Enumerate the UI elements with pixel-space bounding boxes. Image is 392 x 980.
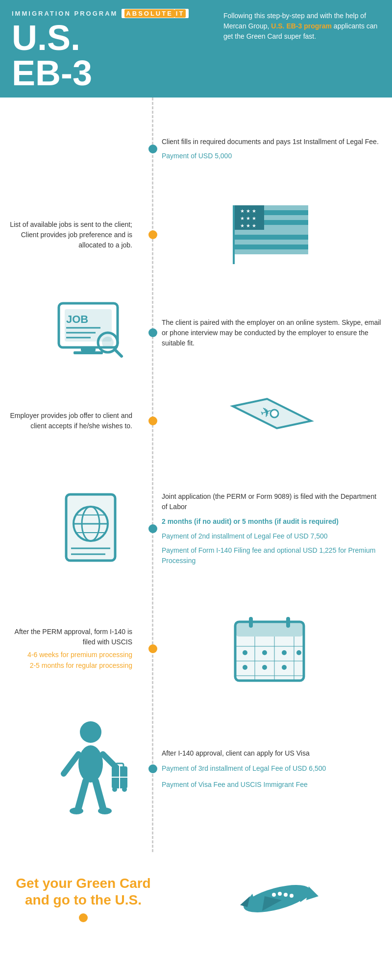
- svg-point-49: [243, 665, 247, 670]
- flag-icon: ★ ★ ★ ★ ★ ★ ★ ★ ★: [223, 203, 321, 267]
- passport-icon: [59, 490, 132, 568]
- step1-text: Client fills in required documents and p…: [162, 137, 382, 147]
- step4-dot: [148, 416, 157, 425]
- step5-dot: [148, 524, 157, 533]
- step5-text: Joint application (the PERM or Form 9089…: [162, 491, 382, 512]
- svg-rect-37: [249, 617, 253, 628]
- svg-point-19: [102, 337, 114, 348]
- step7-dot: [148, 764, 157, 773]
- cta-text: Get your Green Card and go to the U.S.: [10, 875, 157, 908]
- svg-rect-11: [235, 249, 308, 254]
- svg-point-47: [282, 650, 287, 655]
- step6-right: [147, 607, 392, 690]
- timeline-step-1: Client fills in required documents and p…: [0, 112, 392, 186]
- svg-point-53: [78, 745, 103, 783]
- svg-point-75: [278, 892, 282, 896]
- svg-line-62: [78, 781, 86, 808]
- svg-point-60: [112, 787, 117, 792]
- step7-left: [0, 710, 147, 828]
- flag-icon-container: ★ ★ ★ ★ ★ ★ ★ ★ ★: [162, 203, 382, 267]
- cta-left: Get your Green Card and go to the U.S.: [10, 875, 157, 922]
- svg-point-76: [272, 893, 276, 897]
- step1-left: [0, 122, 147, 176]
- timeline-step-7: After I-140 approval, client can apply f…: [0, 700, 392, 837]
- job-icon: JOB: [54, 298, 132, 367]
- svg-point-51: [282, 665, 287, 670]
- step7-payment1: Payment of 3rd installment of Legal Fee …: [162, 763, 382, 774]
- svg-point-24: [270, 410, 278, 417]
- step3-right: The client is paired with the employer o…: [147, 294, 392, 372]
- step2-text: List of available jobs is sent to the cl…: [10, 220, 132, 250]
- timeline-step-5: Joint application (the PERM or Form 9089…: [0, 460, 392, 597]
- svg-rect-21: [81, 347, 96, 351]
- header-description: Following this step-by-step and with the…: [223, 9, 380, 42]
- step5-left: [0, 470, 147, 588]
- step4-right: ✈: [147, 392, 392, 450]
- step2-left: List of available jobs is sent to the cl…: [0, 196, 147, 274]
- title-line2: EB-3: [12, 55, 189, 91]
- passport-icon-container: [59, 490, 132, 568]
- svg-rect-7: [264, 215, 308, 220]
- svg-point-65: [98, 808, 112, 814]
- step2-right: ★ ★ ★ ★ ★ ★ ★ ★ ★: [147, 196, 392, 274]
- step4-text: Employer provides job offer to client an…: [10, 411, 132, 431]
- step3-left: JOB: [0, 294, 147, 372]
- step1-payment: Payment of USD 5,000: [162, 151, 382, 161]
- svg-rect-22: [74, 351, 103, 354]
- step6-left: After the PERM approval, form I-140 is f…: [0, 607, 147, 690]
- step6-text: After the PERM approval, form I-140 is f…: [10, 627, 132, 647]
- title-line1: U.S.: [12, 20, 189, 55]
- svg-rect-36: [235, 622, 304, 637]
- step7-right: After I-140 approval, client can apply f…: [147, 710, 392, 828]
- brand-name: Absolute: [124, 9, 174, 18]
- brand-highlight: IT: [174, 9, 186, 18]
- svg-rect-10: [235, 240, 308, 245]
- svg-line-63: [96, 781, 103, 808]
- immigration-label: IMMIGRATION PROGRAM AbsoluteIT: [12, 9, 189, 18]
- svg-line-54: [64, 754, 78, 774]
- step5-timeline: 2 months (if no audit) or 5 months (if a…: [162, 517, 382, 527]
- step6-dot: [148, 644, 157, 653]
- step5-right: Joint application (the PERM or Form 9089…: [147, 470, 392, 588]
- ticket-icon-container: ✈: [162, 396, 382, 445]
- timeline: Client fills in required documents and p…: [0, 98, 392, 852]
- immigration-program-text: IMMIGRATION PROGRAM: [12, 10, 118, 17]
- header-left: IMMIGRATION PROGRAM AbsoluteIT U.S. EB-3: [12, 9, 189, 91]
- timeline-step-6: After the PERM approval, form I-140 is f…: [0, 597, 392, 700]
- step5-payment2: Payment of Form I-140 Filing fee and opt…: [162, 545, 382, 566]
- svg-rect-8: [264, 225, 308, 230]
- svg-rect-6: [264, 205, 308, 210]
- step5-payment1: Payment of 2nd installment of Legal Fee …: [162, 531, 382, 541]
- bottom-dot: [79, 913, 88, 922]
- description-highlight: U.S. EB-3 program: [271, 22, 332, 30]
- svg-point-48: [296, 650, 301, 655]
- svg-text:★ ★ ★: ★ ★ ★: [240, 223, 256, 228]
- person-travel-icon: [54, 715, 132, 823]
- header: IMMIGRATION PROGRAM AbsoluteIT U.S. EB-3…: [0, 0, 392, 98]
- svg-rect-0: [233, 205, 235, 264]
- step1-right: Client fills in required documents and p…: [147, 122, 392, 176]
- step3-dot: [148, 328, 157, 337]
- calendar-icon-container: [162, 612, 382, 686]
- step1-dot: [148, 145, 157, 153]
- step3-text: The client is paired with the employer o…: [162, 318, 382, 348]
- cta-right: [157, 867, 382, 931]
- svg-text:★ ★ ★: ★ ★ ★: [240, 208, 256, 214]
- svg-line-20: [115, 349, 122, 356]
- timeline-step-3: JOB The: [0, 284, 392, 382]
- svg-text:★ ★ ★: ★ ★ ★: [240, 216, 256, 221]
- main-title: U.S. EB-3: [12, 20, 189, 91]
- bottom-cta: Get your Green Card and go to the U.S.: [0, 852, 392, 945]
- svg-point-61: [122, 787, 127, 792]
- job-icon-container: JOB: [54, 298, 132, 367]
- brand-box: AbsoluteIT: [122, 9, 189, 18]
- step7-text: After I-140 approval, client can apply f…: [162, 748, 382, 759]
- svg-rect-9: [235, 230, 308, 235]
- step4-left: Employer provides job offer to client an…: [0, 392, 147, 450]
- svg-point-45: [243, 650, 247, 655]
- calendar-icon: [230, 612, 314, 686]
- airplane-icon: [228, 867, 326, 931]
- timeline-step-4: Employer provides job offer to client an…: [0, 382, 392, 460]
- svg-point-73: [290, 894, 294, 898]
- svg-rect-38: [286, 617, 290, 628]
